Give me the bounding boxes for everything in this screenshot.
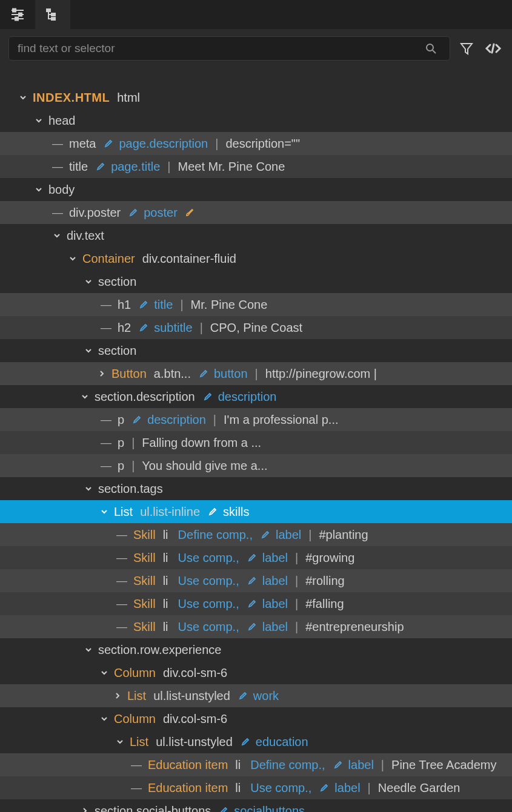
chevron-right-icon[interactable] bbox=[111, 690, 124, 702]
binding-name[interactable]: education bbox=[256, 735, 308, 749]
binding-name[interactable]: label bbox=[348, 758, 374, 772]
binding-name[interactable]: page.title bbox=[111, 160, 160, 174]
action-link[interactable]: Use comp., bbox=[178, 551, 239, 565]
tree-node-body[interactable]: body bbox=[0, 178, 512, 201]
action-link[interactable]: Use comp., bbox=[178, 597, 239, 611]
binding-name[interactable]: label bbox=[262, 597, 288, 611]
tab-tree[interactable] bbox=[35, 0, 70, 29]
tree-node-p[interactable]: — p | Falling down from a ... bbox=[0, 431, 512, 454]
chevron-down-icon[interactable] bbox=[67, 253, 79, 265]
tree-node-skill[interactable]: — Skill li Use comp., label | #growing bbox=[0, 546, 512, 569]
chevron-down-icon[interactable] bbox=[33, 183, 45, 196]
tree-node-button[interactable]: Button a.btn... button | http://pinegrow… bbox=[0, 362, 512, 385]
binding-name[interactable]: skills bbox=[223, 505, 249, 519]
pencil-icon[interactable] bbox=[239, 692, 247, 700]
binding-name[interactable]: socialbuttons bbox=[234, 804, 305, 813]
search-input[interactable] bbox=[18, 42, 421, 55]
chevron-right-icon[interactable] bbox=[96, 368, 108, 380]
chevron-right-icon[interactable] bbox=[79, 805, 91, 812]
pencil-icon[interactable] bbox=[320, 784, 328, 792]
tree-node-education-item[interactable]: — Education item li Define comp., label … bbox=[0, 753, 512, 776]
pencil-icon[interactable] bbox=[248, 553, 256, 562]
pencil-icon[interactable] bbox=[334, 761, 342, 769]
binding-name[interactable]: label bbox=[262, 574, 288, 588]
pencil-icon[interactable] bbox=[208, 507, 217, 516]
action-link[interactable]: Use comp., bbox=[250, 781, 311, 795]
binding-name[interactable]: description bbox=[147, 413, 206, 427]
binding-name[interactable]: label bbox=[276, 528, 301, 542]
binding-name[interactable]: button bbox=[214, 367, 248, 381]
action-link[interactable]: Define comp., bbox=[250, 758, 325, 772]
pencil-icon[interactable] bbox=[248, 576, 256, 585]
tree-node-section-description[interactable]: section.description description bbox=[0, 385, 512, 408]
binding-name[interactable]: label bbox=[262, 551, 288, 565]
binding-name[interactable]: description bbox=[218, 390, 277, 404]
tree-node-meta[interactable]: — meta page.description | description="" bbox=[0, 132, 512, 155]
tree-node-column[interactable]: Column div.col-sm-6 bbox=[0, 661, 512, 684]
pencil-icon[interactable] bbox=[129, 208, 138, 217]
tree-node-column[interactable]: Column div.col-sm-6 bbox=[0, 707, 512, 730]
tree-node-h2[interactable]: — h2 subtitle | CPO, Pine Coast bbox=[0, 316, 512, 339]
chevron-down-icon[interactable] bbox=[82, 276, 95, 288]
tree-node-section-experience[interactable]: section.row.experience bbox=[0, 638, 512, 661]
chevron-down-icon[interactable] bbox=[51, 229, 63, 242]
tree-node-social-buttons[interactable]: section.social-buttons socialbuttons bbox=[0, 799, 512, 812]
tree-node-section-tags[interactable]: section.tags bbox=[0, 477, 512, 500]
pencil-icon[interactable] bbox=[204, 392, 212, 401]
binding-name[interactable]: work bbox=[253, 689, 279, 703]
binding-name[interactable]: poster bbox=[144, 206, 178, 220]
tree-node-h1[interactable]: — h1 title | Mr. Pine Cone bbox=[0, 293, 512, 316]
tree-node-container[interactable]: Container div.container-fluid bbox=[0, 247, 512, 270]
chevron-down-icon[interactable] bbox=[82, 345, 95, 357]
tree-node-section[interactable]: section bbox=[0, 270, 512, 293]
chevron-down-icon[interactable] bbox=[79, 391, 91, 403]
pencil-icon[interactable] bbox=[104, 139, 113, 148]
chevron-down-icon[interactable] bbox=[33, 114, 45, 127]
pencil-icon[interactable] bbox=[139, 300, 148, 309]
tree-node-p[interactable]: — p description | I'm a professional p..… bbox=[0, 408, 512, 431]
pencil-icon[interactable] bbox=[219, 807, 228, 812]
tree-node-skill[interactable]: — Skill li Use comp., label | #rolling bbox=[0, 569, 512, 592]
tree-node-file[interactable]: INDEX.HTML html bbox=[0, 86, 512, 109]
code-icon[interactable] bbox=[483, 42, 504, 55]
binding-name[interactable]: title bbox=[154, 298, 173, 312]
tree-node-education-item[interactable]: — Education item li Use comp., label | N… bbox=[0, 776, 512, 799]
pencil-icon[interactable] bbox=[261, 530, 270, 539]
binding-name[interactable]: label bbox=[334, 781, 360, 795]
brush-icon[interactable] bbox=[185, 208, 194, 217]
pencil-icon[interactable] bbox=[96, 162, 105, 171]
tree-node-title[interactable]: — title page.title | Meet Mr. Pine Cone bbox=[0, 155, 512, 178]
pencil-icon[interactable] bbox=[241, 738, 250, 746]
filter-icon[interactable] bbox=[456, 41, 477, 56]
tree-node-divtext[interactable]: div.text bbox=[0, 224, 512, 247]
pencil-icon[interactable] bbox=[133, 415, 141, 424]
tree-node-head[interactable]: head bbox=[0, 109, 512, 132]
pencil-icon[interactable] bbox=[199, 369, 208, 378]
search-box[interactable] bbox=[8, 36, 450, 61]
pencil-icon[interactable] bbox=[139, 323, 148, 332]
tree-node-skill[interactable]: — Skill li Define comp., label | #planti… bbox=[0, 523, 512, 546]
tree-node-poster[interactable]: — div.poster poster bbox=[0, 201, 512, 224]
chevron-down-icon[interactable] bbox=[17, 91, 29, 104]
tree-node-skill[interactable]: — Skill li Use comp., label | #falling bbox=[0, 592, 512, 615]
chevron-down-icon[interactable] bbox=[98, 667, 110, 679]
chevron-down-icon[interactable] bbox=[98, 713, 110, 725]
tab-filters[interactable] bbox=[0, 0, 35, 29]
binding-name[interactable]: page.description bbox=[119, 137, 208, 151]
pencil-icon[interactable] bbox=[248, 622, 256, 631]
chevron-down-icon[interactable] bbox=[114, 736, 126, 748]
tree-node-p[interactable]: — p | You should give me a... bbox=[0, 454, 512, 477]
action-link[interactable]: Use comp., bbox=[178, 620, 239, 634]
tree-node-work-list[interactable]: List ul.list-unstyled work bbox=[0, 684, 512, 707]
tree-node-skills-list[interactable]: List ul.list-inline skills bbox=[0, 500, 512, 523]
tree-node-section[interactable]: section bbox=[0, 339, 512, 362]
action-link[interactable]: Use comp., bbox=[178, 574, 239, 588]
binding-name[interactable]: subtitle bbox=[154, 321, 192, 335]
action-link[interactable]: Define comp., bbox=[178, 528, 253, 542]
binding-name[interactable]: label bbox=[262, 620, 288, 634]
chevron-down-icon[interactable] bbox=[98, 506, 110, 518]
chevron-down-icon[interactable] bbox=[82, 483, 95, 495]
pencil-icon[interactable] bbox=[248, 599, 256, 608]
chevron-down-icon[interactable] bbox=[82, 644, 95, 656]
tree-node-skill[interactable]: — Skill li Use comp., label | #entrepren… bbox=[0, 615, 512, 638]
